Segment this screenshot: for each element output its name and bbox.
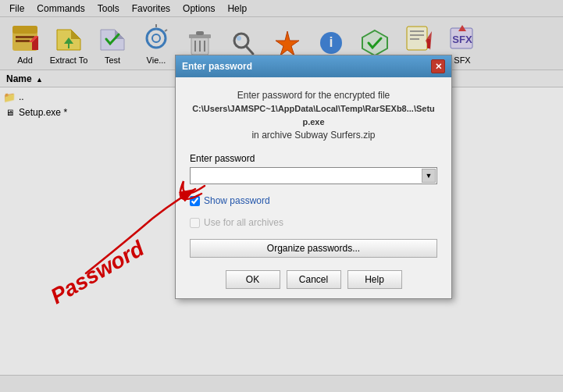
cancel-button[interactable]: Cancel — [287, 270, 341, 289]
use-all-archives-row: Use for all archives — [190, 217, 437, 228]
dialog-close-button[interactable]: ✕ — [431, 59, 445, 73]
help-button[interactable]: Help — [347, 270, 402, 289]
password-input[interactable] — [190, 167, 437, 184]
dialog-description: Enter password for the encrypted file C:… — [190, 88, 437, 142]
show-password-checkbox[interactable] — [190, 196, 200, 206]
dialog-titlebar: Enter password ✕ — [176, 55, 451, 77]
dialog-buttons: OK Cancel Help — [190, 269, 437, 289]
password-dropdown-arrow[interactable]: ▼ — [422, 169, 436, 183]
organize-passwords-button[interactable]: Organize passwords... — [190, 239, 437, 258]
password-field-label: Enter password — [190, 153, 437, 164]
show-password-row: Show password — [190, 195, 437, 206]
ok-button[interactable]: OK — [226, 270, 280, 289]
use-all-archives-checkbox[interactable] — [190, 218, 200, 228]
password-field-wrapper: ▼ — [190, 167, 437, 184]
password-dialog: Enter password ✕ Enter password for the … — [175, 55, 452, 299]
show-password-label[interactable]: Show password — [204, 195, 270, 206]
dialog-body: Enter password for the encrypted file C:… — [176, 77, 451, 298]
dialog-title: Enter password — [182, 61, 252, 72]
use-all-archives-label: Use for all archives — [204, 217, 283, 228]
